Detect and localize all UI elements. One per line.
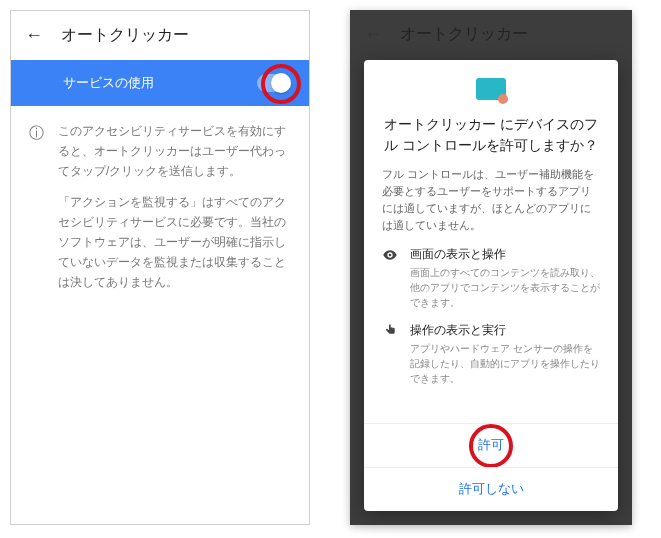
dialog-description: フル コントロールは、ユーザー補助機能を必要とするユーザーをサポートするアプリに…: [382, 166, 600, 234]
allow-label: 許可: [478, 438, 504, 452]
accessibility-settings-panel: ← オートクリッカー サービスの使用 ⓘ このアクセシビリティサービスを有効にす…: [10, 10, 310, 525]
info-paragraph-1: このアクセシビリティサービスを有効にすると、オートクリッカーはユーザー代わってタ…: [58, 122, 291, 181]
permission-view-title: 画面の表示と操作: [410, 246, 600, 263]
deny-button[interactable]: 許可しない: [364, 467, 618, 511]
deny-label: 許可しない: [459, 482, 524, 496]
back-arrow-icon: ←: [364, 24, 382, 45]
use-service-label: サービスの使用: [63, 74, 154, 92]
page-title: オートクリッカー: [61, 25, 189, 46]
info-text: このアクセシビリティサービスを有効にすると、オートクリッカーはユーザー代わってタ…: [58, 122, 291, 304]
info-section: ⓘ このアクセシビリティサービスを有効にすると、オートクリッカーはユーザー代わっ…: [11, 106, 309, 320]
back-arrow-icon[interactable]: ←: [25, 25, 43, 46]
dialog-title: オートクリッカー にデバイスのフル コントロールを許可しますか？: [382, 114, 600, 156]
permission-actions-desc: アプリやハードウェア センサーの操作を記録したり、自動的にアプリを操作したりでき…: [410, 341, 600, 386]
permission-dialog: オートクリッカー にデバイスのフル コントロールを許可しますか？ フル コントロ…: [364, 60, 618, 511]
app-icon: [476, 78, 506, 100]
page-title-behind: オートクリッカー: [400, 24, 528, 45]
dialog-actions: 許可 許可しない: [364, 423, 618, 511]
info-icon: ⓘ: [29, 124, 44, 304]
info-paragraph-2: 「アクションを監視する」はすべてのアクセシビリティサービスに必要です。当社のソフ…: [58, 193, 291, 292]
header-behind: ← オートクリッカー: [350, 10, 632, 59]
toggle-knob: [271, 73, 291, 93]
use-service-toggle[interactable]: [257, 74, 291, 92]
permission-item-actions: 操作の表示と実行 アプリやハードウェア センサーの操作を記録したり、自動的にアプ…: [382, 322, 600, 386]
header: ← オートクリッカー: [11, 11, 309, 60]
use-service-row[interactable]: サービスの使用: [11, 60, 309, 106]
permission-item-view: 画面の表示と操作 画面上のすべてのコンテンツを読み取り、他のアプリでコンテンツを…: [382, 246, 600, 310]
permission-actions-title: 操作の表示と実行: [410, 322, 600, 339]
permission-view-desc: 画面上のすべてのコンテンツを読み取り、他のアプリでコンテンツを表示することができ…: [410, 265, 600, 310]
hand-icon: [382, 323, 398, 386]
allow-button[interactable]: 許可: [364, 424, 618, 467]
permission-dialog-panel: ← オートクリッカー オートクリッカー にデバイスのフル コントロールを許可しま…: [350, 10, 632, 525]
eye-icon: [382, 247, 398, 310]
